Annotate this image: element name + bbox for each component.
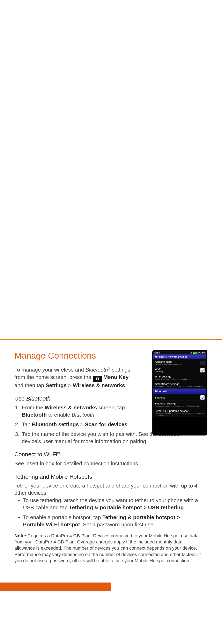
note-label: Note: — [14, 533, 26, 538]
row-sub: Manage connections, set device name & di… — [155, 405, 200, 407]
text: Use — [14, 396, 26, 402]
text: Connect to Wi-Fi — [14, 451, 57, 458]
row-sub: Share your phone's mobile data connectio… — [155, 412, 205, 416]
row-tethering[interactable]: Tethering & portable hotspot Share your … — [153, 408, 206, 418]
text: ® — [57, 451, 60, 455]
clock: 2:42 PM — [197, 352, 206, 354]
carrier-label: AT&T — [154, 352, 160, 354]
row-wifi[interactable]: Wi-Fi Scanning... — [153, 366, 206, 374]
tethering-bullets: To use tethering, attach the device you … — [18, 497, 199, 528]
battery-icon — [193, 352, 196, 354]
text: Bluetooth — [26, 396, 50, 402]
checkbox-wifi[interactable] — [200, 368, 205, 372]
text: . — [125, 382, 126, 388]
footer-orange-bar — [0, 582, 111, 591]
text: Bluetooth — [85, 366, 108, 373]
row-title: Bluetooth — [155, 396, 166, 399]
note-paragraph: Note: Requires a DataPro 4 GB Plan. Devi… — [14, 533, 204, 564]
row-title: SmartShare settings — [155, 382, 204, 386]
row-sub: Disable all wireless connections — [155, 363, 181, 366]
row-title: Tethering & portable hotspot — [155, 410, 205, 412]
menu-key-icon — [93, 376, 102, 382]
checkbox-bluetooth[interactable] — [200, 395, 205, 400]
text: To manage your wireless and — [14, 366, 85, 373]
text: > — [66, 382, 73, 388]
row-title: Wi-Fi — [155, 368, 164, 371]
list-item: Tap Bluetooth settings > Scan for device… — [21, 421, 132, 428]
row-sub: Set up & manage wireless access points — [155, 378, 188, 380]
screen-title: Wireless & network settings — [153, 354, 206, 359]
row-bt-settings[interactable]: Bluetooth settings Manage connections, s… — [153, 401, 206, 408]
list-item: To use tethering, attach the device you … — [18, 497, 199, 511]
text: Settings — [46, 382, 67, 388]
signal-icon — [190, 352, 192, 354]
phone-screen: AT&T 2:42 PM Wireless & network settings… — [153, 351, 206, 434]
text: Menu Key — [104, 374, 129, 380]
tethering-paragraph: Tether your device or create a hotspot a… — [14, 482, 208, 497]
row-title: Bluetooth settings — [155, 402, 200, 405]
row-sub: Manage SmartShare, set device name, and … — [155, 386, 204, 388]
list-item: From the Wireless & networks screen, tap… — [21, 404, 132, 418]
text: Wireless & networks — [73, 382, 125, 388]
wifi-paragraph: See insert in box for detailed connectio… — [14, 460, 208, 467]
phone-screenshot: AT&T 2:42 PM Wireless & network settings… — [152, 350, 207, 435]
status-bar: AT&T 2:42 PM — [153, 351, 206, 354]
tethering-heading: Tethering and Mobile Hotspots — [14, 474, 208, 480]
row-title: Airplane mode — [155, 360, 181, 363]
page-content: AT&T 2:42 PM Wireless & network settings… — [0, 340, 222, 574]
note-text: Requires a DataPro 4 GB Plan. Devices co… — [14, 533, 201, 564]
connect-wifi-heading: Connect to Wi-Fi® — [14, 451, 208, 458]
list-item: To enable a portable hotspot, tap Tether… — [18, 514, 199, 528]
checkbox-airplane[interactable] — [200, 361, 205, 365]
row-smartshare[interactable]: SmartShare settings Manage SmartShare, s… — [153, 381, 206, 388]
row-airplane[interactable]: Airplane mode Disable all wireless conne… — [153, 359, 206, 366]
blank-area — [0, 0, 222, 339]
text: and then tap — [14, 382, 46, 388]
row-sub: Scanning... — [155, 371, 164, 373]
row-title: Wi-Fi settings — [155, 375, 188, 378]
row-bt-section[interactable]: Bluetooth — [153, 388, 206, 394]
row-bluetooth[interactable]: Bluetooth — [153, 394, 206, 401]
intro-paragraph: To manage your wireless and Bluetooth® s… — [14, 366, 138, 389]
row-wifi-settings[interactable]: Wi-Fi settings Set up & manage wireless … — [153, 374, 206, 381]
